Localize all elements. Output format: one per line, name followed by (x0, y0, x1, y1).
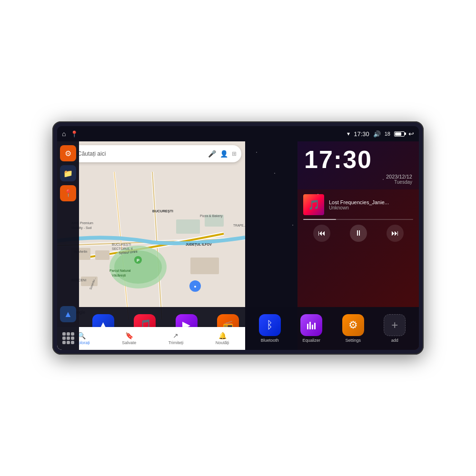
sidebar-maps-button[interactable]: 📍 (60, 185, 76, 201)
wifi-icon: ▾ (347, 130, 350, 137)
layers-icon[interactable]: ⊞ (232, 150, 237, 157)
music-track-row: 🎵 Lost Frequencies_Janie... Unknown (303, 194, 413, 215)
send-label: Trimiteți (169, 340, 184, 345)
equalizer-glyph (306, 320, 317, 330)
music-controls: ⏮ ⏸ ⏭ (303, 225, 413, 242)
svg-rect-35 (309, 322, 311, 329)
clock-day: Tuesday (304, 179, 412, 185)
volume-icon: 🔊 (373, 130, 381, 138)
music-artist: Unknown (329, 205, 413, 210)
svg-rect-34 (307, 324, 308, 329)
device-screen: ⌂ 📍 ▾ 17:30 🔊 18 ↩ (57, 126, 419, 350)
status-bar: ⌂ 📍 ▾ 17:30 🔊 18 ↩ (57, 126, 419, 141)
clock-date: 2023/12/12 (304, 174, 412, 179)
sidebar-nav-button[interactable]: ▲ (60, 306, 76, 322)
music-play-button[interactable]: ⏸ (350, 225, 367, 242)
next-icon: ⏭ (391, 229, 399, 238)
send-icon: ↗ (173, 332, 178, 339)
equalizer-label: Equalizer (292, 338, 331, 343)
bluetooth-label: Bluetooth (250, 338, 289, 343)
svg-text:BUCUREȘTI: BUCUREȘTI (112, 243, 131, 247)
svg-text:●: ● (194, 284, 196, 289)
map-saved-button[interactable]: 🔖 Salvate (122, 332, 136, 345)
map-send-button[interactable]: ↗ Trimiteți (169, 332, 184, 345)
main-content: ⚙ 📁 📍 ▲ (57, 141, 419, 350)
svg-text:BUCUREȘTI: BUCUREȘTI (152, 209, 173, 213)
music-next-button[interactable]: ⏭ (387, 225, 404, 242)
news-icon: 🔔 (218, 332, 227, 339)
svg-rect-36 (312, 325, 313, 329)
maps-status-icon[interactable]: 📍 (70, 130, 78, 138)
clock-time: 17:30 (304, 147, 412, 172)
map-news-button[interactable]: 🔔 Noutăți (216, 332, 229, 345)
svg-rect-11 (176, 219, 200, 234)
battery-level: 18 (385, 131, 390, 137)
settings-icon: ⚙ (342, 314, 364, 336)
add-glyph: + (391, 318, 398, 332)
device: ⌂ 📍 ▾ 17:30 🔊 18 ↩ (52, 121, 424, 355)
map-search-bar[interactable]: 📍 Căutați aici 🎤 👤 ⊞ (61, 145, 241, 162)
sidebar-files-button[interactable]: 📁 (60, 165, 76, 181)
svg-rect-10 (95, 250, 109, 260)
play-icon: ⏸ (355, 229, 362, 238)
prev-icon: ⏮ (318, 229, 326, 238)
map-search-text: Căutați aici (78, 150, 204, 157)
svg-rect-14 (190, 258, 219, 274)
svg-text:SECTORUL 4: SECTORUL 4 (112, 247, 133, 250)
clock-section: 17:30 2023/12/12 Tuesday (298, 141, 419, 189)
svg-text:JUDEȚUL ILFOV: JUDEȚUL ILFOV (186, 243, 212, 247)
account-icon[interactable]: 👤 (220, 150, 228, 158)
app-settings[interactable]: ⚙ Settings (334, 314, 373, 343)
map-icon: 📍 (64, 189, 73, 198)
navigate-icon: ▲ (64, 309, 72, 319)
music-track-info: Lost Frequencies_Janie... Unknown (329, 199, 413, 210)
settings-label: Settings (334, 338, 373, 343)
sidebar: ⚙ 📁 📍 ▲ (57, 141, 79, 350)
app-add[interactable]: + add (376, 314, 415, 343)
mic-icon[interactable]: 🎤 (208, 150, 216, 158)
svg-text:Parcul Natural: Parcul Natural (109, 269, 131, 272)
battery-icon (394, 131, 405, 137)
equalizer-icon (300, 314, 322, 336)
bluetooth-icon: ᛒ (259, 314, 281, 336)
folder-icon: 📁 (63, 169, 73, 178)
svg-text:Pizza & Bakery: Pizza & Bakery (200, 214, 223, 218)
home-icon[interactable]: ⌂ (62, 130, 66, 138)
status-left: ⌂ 📍 (62, 130, 78, 138)
sidebar-settings-button[interactable]: ⚙ (60, 145, 76, 161)
news-label: Noutăți (216, 340, 229, 345)
bluetooth-glyph: ᛒ (267, 319, 273, 331)
add-label: add (376, 338, 415, 343)
status-right: ▾ 17:30 🔊 18 ↩ (347, 130, 414, 138)
settings-glyph: ⚙ (348, 319, 358, 331)
saved-label: Salvate (122, 340, 136, 345)
music-progress-bar[interactable] (303, 219, 413, 220)
sidebar-grid-button[interactable] (60, 330, 76, 346)
svg-text:Văcărești: Văcărești (112, 274, 126, 278)
svg-text:TRAPE...: TRAPE... (233, 224, 245, 227)
gear-icon: ⚙ (65, 149, 71, 158)
album-art-icon: 🎵 (308, 199, 320, 210)
music-album-art: 🎵 (303, 194, 324, 215)
status-time: 17:30 (354, 130, 369, 138)
svg-point-8 (114, 250, 162, 284)
svg-text:P: P (137, 258, 139, 263)
music-track-name: Lost Frequencies_Janie... (329, 199, 413, 205)
app-bluetooth[interactable]: ᛒ Bluetooth (250, 314, 289, 343)
back-icon[interactable]: ↩ (408, 130, 414, 138)
map-bottom-bar: 🔍 Explorați 🔖 Salvate ↗ Trimiteți 🔔 Nout… (57, 327, 245, 350)
saved-icon: 🔖 (125, 332, 133, 339)
svg-rect-37 (314, 323, 316, 329)
music-prev-button[interactable]: ⏮ (313, 225, 330, 242)
grid-icon (62, 332, 74, 344)
add-icon: + (384, 314, 406, 336)
app-equalizer[interactable]: Equalizer (292, 314, 331, 343)
